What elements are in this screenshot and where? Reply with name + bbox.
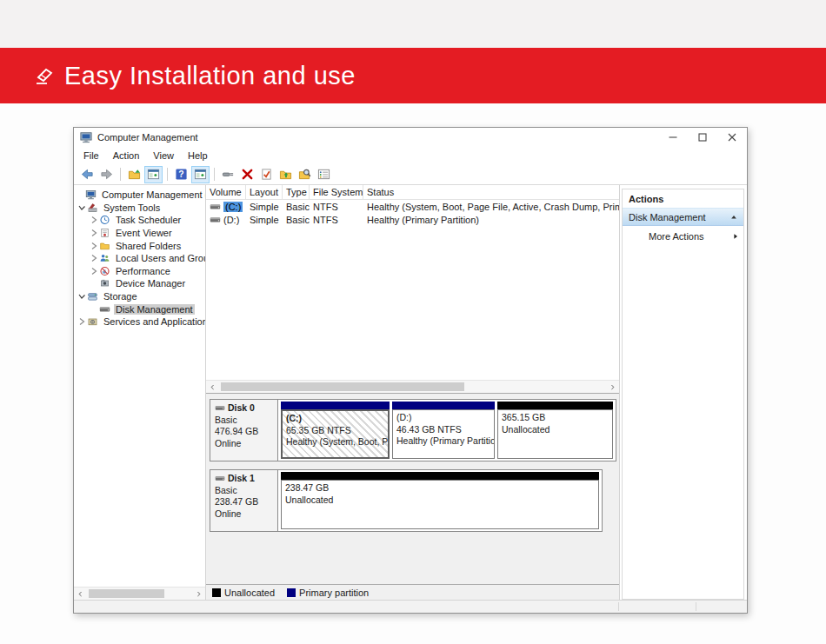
help-icon[interactable] bbox=[172, 166, 190, 183]
chevron-right-icon[interactable] bbox=[90, 216, 98, 224]
chevron-right-icon[interactable] bbox=[90, 229, 98, 237]
maximize-button[interactable] bbox=[688, 128, 717, 147]
forward-icon[interactable] bbox=[97, 166, 116, 183]
disk-partitions: 238.47 GBUnallocated bbox=[278, 470, 602, 531]
volume-cell: Simple bbox=[246, 202, 283, 212]
tree-item-label: Storage bbox=[102, 291, 139, 302]
computer-management-app-icon bbox=[80, 131, 92, 143]
properties-icon[interactable] bbox=[315, 166, 333, 183]
show-window-icon[interactable] bbox=[191, 166, 210, 183]
minimize-button[interactable] bbox=[658, 128, 688, 147]
column-header-file-system[interactable]: File System bbox=[310, 185, 363, 199]
upload-folder-icon[interactable] bbox=[276, 166, 295, 183]
more-actions-item[interactable]: More Actions bbox=[623, 226, 743, 247]
tree-horizontal-scrollbar[interactable] bbox=[74, 587, 205, 600]
column-header-layout[interactable]: Layout bbox=[246, 185, 283, 199]
disk-label[interactable]: Disk 0Basic476.94 GBOnline bbox=[210, 400, 278, 461]
tools-icon bbox=[87, 202, 98, 213]
tree-item-device-manager[interactable]: Device Manager bbox=[74, 277, 205, 290]
chevron-right-icon[interactable] bbox=[77, 317, 86, 326]
tree-item-label: Device Manager bbox=[114, 278, 187, 289]
volume-name: (D:) bbox=[223, 215, 239, 225]
check-document-icon[interactable] bbox=[257, 166, 276, 183]
toolbar-separator bbox=[120, 168, 121, 181]
scrollbar-thumb[interactable] bbox=[89, 589, 164, 598]
page-top-strip bbox=[0, 0, 826, 48]
partition-name: (C:) bbox=[286, 413, 384, 425]
scrollbar-track[interactable] bbox=[219, 381, 606, 393]
disk-rows: Disk 0Basic476.94 GBOnline(C:)65.35 GB N… bbox=[206, 394, 619, 584]
column-header-type[interactable]: Type bbox=[283, 185, 310, 199]
search-icon[interactable] bbox=[296, 166, 314, 183]
volume-cell: NTFS bbox=[310, 215, 363, 225]
scroll-right-icon[interactable] bbox=[606, 381, 619, 393]
close-button[interactable] bbox=[717, 128, 747, 147]
tree-item-computer-management-local[interactable]: Computer Management (Local bbox=[74, 189, 205, 202]
tree-item-storage[interactable]: Storage bbox=[74, 290, 205, 303]
partition-name: (D:) bbox=[396, 412, 490, 424]
partition-c[interactable]: (C:)65.35 GB NTFSHealthy (System, Boot, … bbox=[281, 402, 390, 459]
tree-item-event-viewer[interactable]: Event Viewer bbox=[74, 227, 205, 240]
scroll-left-icon[interactable] bbox=[74, 588, 87, 600]
storage-icon bbox=[87, 291, 98, 302]
scrollbar-track[interactable] bbox=[87, 588, 192, 600]
actions-header: Actions bbox=[623, 189, 743, 208]
tree-item-disk-management[interactable]: Disk Management bbox=[74, 302, 205, 315]
partition-color-strip bbox=[281, 402, 390, 409]
tree-item-system-tools[interactable]: System Tools bbox=[74, 202, 205, 215]
disk-type: Basic bbox=[215, 485, 273, 497]
tree-item-label: System Tools bbox=[102, 202, 162, 213]
volume-row[interactable]: (D:)SimpleBasicNTFSHealthy (Primary Part… bbox=[206, 213, 619, 226]
partition-color-strip bbox=[392, 402, 495, 409]
tree-item-task-scheduler[interactable]: Task Scheduler bbox=[74, 214, 205, 227]
tree-item-performance[interactable]: Performance bbox=[74, 265, 205, 278]
actions-group-disk-management[interactable]: Disk Management bbox=[623, 208, 743, 226]
tree-item-services-and-applications[interactable]: Services and Applications bbox=[74, 315, 205, 329]
collapse-arrow-icon[interactable] bbox=[730, 214, 737, 221]
title-bar[interactable]: Computer Management bbox=[74, 128, 747, 147]
column-header-volume[interactable]: Volume bbox=[206, 185, 246, 199]
tree-item-shared-folders[interactable]: Shared Folders bbox=[74, 239, 205, 252]
disk-size: 476.94 GB bbox=[215, 426, 273, 438]
chevron-right-icon[interactable] bbox=[90, 254, 98, 262]
delete-icon[interactable] bbox=[238, 166, 256, 183]
menu-help[interactable]: Help bbox=[181, 149, 215, 163]
volume-cell: Simple bbox=[246, 215, 283, 225]
export-list-icon[interactable] bbox=[125, 166, 143, 183]
banner-title: Easy Installation and use bbox=[64, 62, 356, 90]
disk-name-text: Disk 0 bbox=[228, 402, 255, 415]
console-tree-icon[interactable] bbox=[144, 166, 163, 183]
column-header-status[interactable]: Status bbox=[363, 185, 619, 199]
partition-unallocated[interactable]: 238.47 GBUnallocated bbox=[281, 472, 599, 529]
chevron-down-icon[interactable] bbox=[77, 292, 86, 301]
partition-unallocated[interactable]: 365.15 GBUnallocated bbox=[497, 402, 613, 459]
actions-pane: Actions Disk Management More Actions bbox=[622, 189, 744, 600]
chevron-right-icon[interactable] bbox=[90, 242, 98, 250]
graphical-view-pane: Disk 0Basic476.94 GBOnline(C:)65.35 GB N… bbox=[206, 394, 619, 600]
menu-action[interactable]: Action bbox=[106, 149, 147, 163]
console-tree: Computer Management (LocalSystem ToolsTa… bbox=[74, 185, 205, 587]
chevron-down-icon[interactable] bbox=[77, 203, 86, 212]
partition-d[interactable]: (D:)46.43 GB NTFSHealthy (Primary Partit… bbox=[392, 402, 495, 459]
volume-cell: (D:) bbox=[206, 215, 246, 225]
volume-disk-icon bbox=[210, 202, 221, 211]
menu-view[interactable]: View bbox=[146, 149, 181, 163]
volume-list: (C:)SimpleBasicNTFSHealthy (System, Boot… bbox=[206, 200, 619, 380]
menu-file[interactable]: File bbox=[77, 149, 106, 163]
more-actions-label: More Actions bbox=[649, 231, 732, 242]
volume-row[interactable]: (C:)SimpleBasicNTFSHealthy (System, Boot… bbox=[206, 200, 619, 213]
scroll-left-icon[interactable] bbox=[206, 381, 219, 393]
volume-horizontal-scrollbar[interactable] bbox=[206, 380, 619, 393]
volume-cell: NTFS bbox=[310, 202, 363, 212]
tree-item-local-users-and-groups[interactable]: Local Users and Groups bbox=[74, 252, 205, 265]
chevron-right-icon[interactable] bbox=[90, 267, 98, 276]
tree-item-label: Local Users and Groups bbox=[114, 253, 205, 263]
partition-size: 65.35 GB NTFS bbox=[286, 425, 384, 437]
scrollbar-thumb[interactable] bbox=[221, 382, 464, 391]
scroll-right-icon[interactable] bbox=[192, 588, 205, 600]
console-tree-pane: Computer Management (LocalSystem ToolsTa… bbox=[74, 185, 206, 600]
back-icon[interactable] bbox=[78, 166, 97, 183]
attach-vhd-icon[interactable] bbox=[219, 166, 237, 183]
status-segment bbox=[74, 601, 618, 613]
disk-label[interactable]: Disk 1Basic238.47 GBOnline bbox=[210, 470, 278, 531]
